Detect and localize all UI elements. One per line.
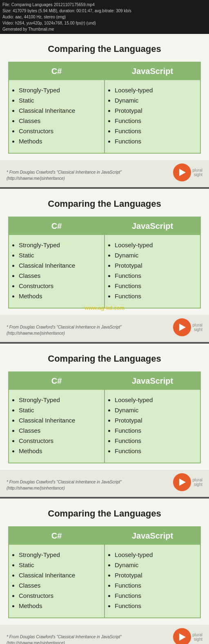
slide-2-table: C#Strongly-TypedStaticClassical Inherita… bbox=[8, 217, 201, 309]
slide-3-pluralsight-logo: pluralsight bbox=[173, 473, 202, 491]
slide-4-table: C#Strongly-TypedStaticClassical Inherita… bbox=[8, 526, 201, 618]
slide-4-footer: * From Douglas Crawford's "Classical Inh… bbox=[0, 625, 209, 644]
topbar-line4: Video: h264, yuv420p, 1024x768, 15.00 fp… bbox=[2, 20, 207, 26]
slide-1-col1-item-0: Strongly-Typed bbox=[19, 86, 100, 94]
slide-1-play-button[interactable] bbox=[173, 163, 191, 181]
slide-1-col1-item-2: Classical Inheritance bbox=[19, 106, 100, 115]
slide-3-pluralsight-text: pluralsight bbox=[193, 478, 202, 487]
slide-1-col2-item-5: Functions bbox=[115, 137, 196, 145]
slide-2-col1-item-1: Static bbox=[19, 251, 100, 259]
slide-4-col1-item-2: Classical Inheritance bbox=[19, 571, 100, 579]
slide-3-col2-item-5: Functions bbox=[115, 447, 196, 455]
slide-3-col1-header: C# bbox=[9, 372, 104, 390]
slide-2-col1-item-2: Classical Inheritance bbox=[19, 261, 100, 270]
slide-2-col2-header: JavaScript bbox=[105, 217, 200, 235]
slide-4-col-js: JavaScriptLoosely-typedDynamicPrototypal… bbox=[104, 527, 200, 618]
slide-2: Comparing the LanguagesC#Strongly-TypedS… bbox=[0, 189, 209, 315]
slide-1-col1-item-1: Static bbox=[19, 96, 100, 105]
slide-1-footer-text: * From Douglas Crawford's "Classical Inh… bbox=[7, 169, 122, 181]
slide-4-pluralsight-text: pluralsight bbox=[193, 633, 202, 642]
slide-1-title: Comparing the Languages bbox=[8, 44, 201, 54]
slide-4-col2-item-0: Loosely-typed bbox=[115, 550, 196, 559]
slide-3-col2-item-4: Functions bbox=[115, 436, 196, 445]
slide-1-col-js: JavaScriptLoosely-typedDynamicPrototypal… bbox=[104, 62, 200, 153]
slide-3-col-csharp: C#Strongly-TypedStaticClassical Inherita… bbox=[9, 372, 104, 463]
slide-2-col2-item-5: Functions bbox=[115, 292, 196, 300]
slide-1-col2-header: JavaScript bbox=[105, 63, 200, 80]
slide-3-col2-item-2: Prototypal bbox=[115, 416, 196, 425]
slide-4-col2-item-1: Dynamic bbox=[115, 561, 196, 569]
slide-2-col1-item-5: Methods bbox=[19, 292, 100, 300]
slide-4-col1-item-3: Classes bbox=[19, 581, 100, 590]
slide-3-col1-item-0: Strongly-Typed bbox=[19, 396, 100, 404]
slide-3-table: C#Strongly-TypedStaticClassical Inherita… bbox=[8, 371, 201, 463]
topbar-line1: File: Comparing Languages 20121107175659… bbox=[2, 2, 207, 8]
slide-4-title: Comparing the Languages bbox=[8, 508, 201, 519]
slide-1-table: C#Strongly-TypedStaticClassical Inherita… bbox=[8, 62, 201, 154]
slide-4-col1-item-5: Methods bbox=[19, 602, 100, 610]
slide-1-col2-body: Loosely-typedDynamicPrototypalFunctionsF… bbox=[105, 80, 200, 153]
slide-3-col2-item-3: Functions bbox=[115, 426, 196, 435]
slide-4-col-csharp: C#Strongly-TypedStaticClassical Inherita… bbox=[9, 527, 104, 618]
slide-3-col2-item-0: Loosely-typed bbox=[115, 396, 196, 404]
slide-4-col2-item-5: Functions bbox=[115, 602, 196, 610]
slide-2-col-js: JavaScriptLoosely-typedDynamicPrototypal… bbox=[104, 217, 200, 308]
slide-3-col2-item-1: Dynamic bbox=[115, 406, 196, 414]
slide-2-title: Comparing the Languages bbox=[8, 199, 201, 209]
slide-1-col-csharp: C#Strongly-TypedStaticClassical Inherita… bbox=[9, 62, 104, 153]
slide-3-footer-text: * From Douglas Crawford's "Classical Inh… bbox=[7, 479, 122, 491]
slide-2-play-button[interactable] bbox=[173, 318, 191, 336]
slide-3-footer: * From Douglas Crawford's "Classical Inh… bbox=[0, 470, 209, 497]
topbar-line5: Generated by Thumbnail.me bbox=[2, 26, 207, 32]
slide-4-pluralsight-logo: pluralsight bbox=[173, 628, 202, 644]
slide-1-col1-body: Strongly-TypedStaticClassical Inheritanc… bbox=[9, 80, 104, 153]
slide-4-col2-item-2: Prototypal bbox=[115, 571, 196, 579]
top-bar: File: Comparing Languages 20121107175659… bbox=[0, 0, 209, 34]
slide-4: Comparing the LanguagesC#Strongly-TypedS… bbox=[0, 499, 209, 625]
slide-1-col2-item-1: Dynamic bbox=[115, 96, 196, 105]
slide-1-col1-item-4: Constructors bbox=[19, 127, 100, 135]
slide-3: Comparing the LanguagesC#Strongly-TypedS… bbox=[0, 344, 209, 470]
slide-3-col1-item-3: Classes bbox=[19, 426, 100, 435]
slide-2-footer-text: * From Douglas Crawford's "Classical Inh… bbox=[7, 324, 122, 336]
slide-2-col-csharp: C#Strongly-TypedStaticClassical Inherita… bbox=[9, 217, 104, 308]
topbar-line3: Audio: aac, 44100 Hz, stereo (eng) bbox=[2, 14, 207, 20]
slide-4-col2-item-4: Functions bbox=[115, 591, 196, 600]
slide-2-footer: * From Douglas Crawford's "Classical Inh… bbox=[0, 315, 209, 342]
slides-container: Comparing the LanguagesC#Strongly-TypedS… bbox=[0, 34, 209, 644]
slide-4-col1-item-1: Static bbox=[19, 561, 100, 569]
slide-3-col1-body: Strongly-TypedStaticClassical Inheritanc… bbox=[9, 390, 104, 463]
slide-3-col1-item-1: Static bbox=[19, 406, 100, 414]
slide-4-col2-item-3: Functions bbox=[115, 581, 196, 590]
slide-4-footer-text: * From Douglas Crawford's "Classical Inh… bbox=[7, 634, 122, 644]
slide-3-col2-header: JavaScript bbox=[105, 372, 200, 390]
slide-3-play-button[interactable] bbox=[173, 473, 191, 491]
slide-2-col2-item-2: Prototypal bbox=[115, 261, 196, 270]
slide-2-col1-item-3: Classes bbox=[19, 271, 100, 280]
slide-1-col1-item-5: Methods bbox=[19, 137, 100, 145]
slide-4-col1-item-0: Strongly-Typed bbox=[19, 550, 100, 559]
slide-4-col1-body: Strongly-TypedStaticClassical Inheritanc… bbox=[9, 545, 104, 617]
slide-4-col1-header: C# bbox=[9, 527, 104, 545]
slide-2-col2-item-1: Dynamic bbox=[115, 251, 196, 259]
slide-4-col2-body: Loosely-typedDynamicPrototypalFunctionsF… bbox=[105, 545, 200, 617]
slide-1-col2-item-4: Functions bbox=[115, 127, 196, 135]
slide-1: Comparing the LanguagesC#Strongly-TypedS… bbox=[0, 34, 209, 160]
slide-1-footer: * From Douglas Crawford's "Classical Inh… bbox=[0, 160, 209, 187]
slide-4-play-button[interactable] bbox=[173, 628, 191, 644]
slide-2-col1-item-0: Strongly-Typed bbox=[19, 241, 100, 249]
slide-4-col2-header: JavaScript bbox=[105, 527, 200, 545]
slide-1-pluralsight-logo: pluralsight bbox=[173, 163, 202, 181]
slide-3-col2-body: Loosely-typedDynamicPrototypalFunctionsF… bbox=[105, 390, 200, 463]
slide-1-col1-item-3: Classes bbox=[19, 116, 100, 125]
slide-1-pluralsight-text: pluralsight bbox=[193, 168, 202, 177]
slide-3-col1-item-2: Classical Inheritance bbox=[19, 416, 100, 425]
slide-2-pluralsight-text: pluralsight bbox=[193, 323, 202, 332]
slide-3-col-js: JavaScriptLoosely-typedDynamicPrototypal… bbox=[104, 372, 200, 463]
slide-2-col2-item-4: Functions bbox=[115, 282, 196, 290]
slide-2-pluralsight-logo: pluralsight bbox=[173, 318, 202, 336]
slide-2-col1-header: C# bbox=[9, 217, 104, 235]
slide-3-col1-item-5: Methods bbox=[19, 447, 100, 455]
slide-4-col1-item-4: Constructors bbox=[19, 591, 100, 600]
slide-2-col2-item-0: Loosely-typed bbox=[115, 241, 196, 249]
